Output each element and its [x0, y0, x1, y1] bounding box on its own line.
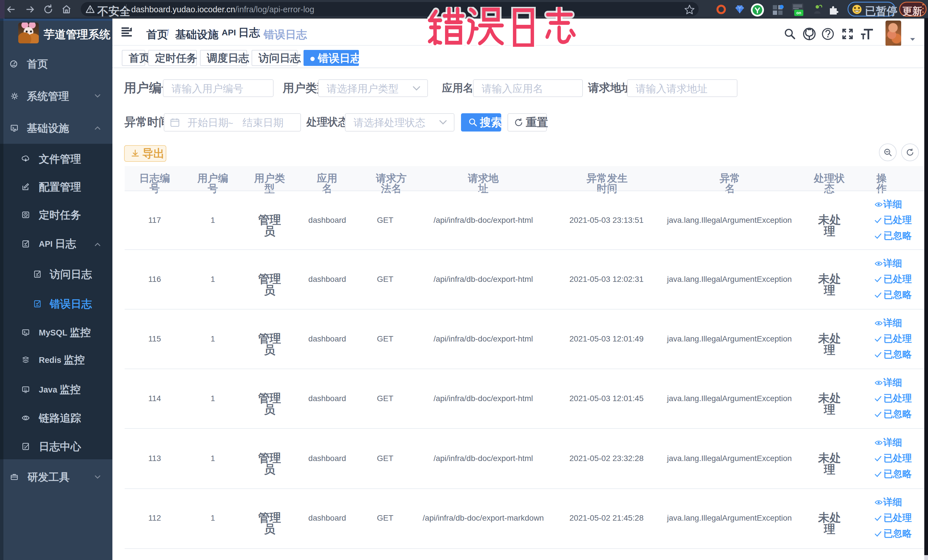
svg-text:on: on — [796, 11, 801, 15]
